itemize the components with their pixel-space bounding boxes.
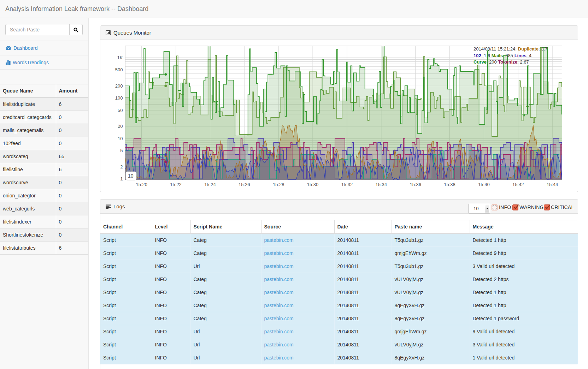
- svg-text:20: 20: [118, 124, 123, 129]
- svg-text:15:30: 15:30: [307, 182, 319, 187]
- svg-text:15:40: 15:40: [478, 182, 490, 187]
- svg-text:10: 10: [118, 136, 123, 141]
- svg-text:15:36: 15:36: [410, 182, 421, 187]
- svg-text:15:38: 15:38: [444, 182, 455, 187]
- svg-text:1K: 1K: [117, 55, 123, 60]
- svg-text:200: 200: [115, 83, 123, 89]
- svg-text:50: 50: [118, 108, 123, 113]
- svg-text:2: 2: [120, 164, 123, 169]
- svg-text:15:20: 15:20: [136, 182, 147, 187]
- svg-text:15:32: 15:32: [341, 182, 353, 187]
- svg-text:10: 10: [128, 173, 134, 179]
- svg-text:15:26: 15:26: [239, 182, 250, 187]
- svg-text:15:42: 15:42: [512, 182, 524, 187]
- svg-text:5: 5: [120, 148, 123, 153]
- svg-text:15:34: 15:34: [376, 182, 387, 187]
- svg-text:15:28: 15:28: [273, 182, 284, 187]
- svg-text:100: 100: [115, 95, 123, 101]
- svg-text:15:24: 15:24: [204, 182, 216, 187]
- svg-text:15:44: 15:44: [547, 182, 558, 187]
- svg-text:15:22: 15:22: [170, 182, 182, 187]
- svg-text:1: 1: [120, 176, 123, 181]
- svg-text:500: 500: [115, 67, 123, 72]
